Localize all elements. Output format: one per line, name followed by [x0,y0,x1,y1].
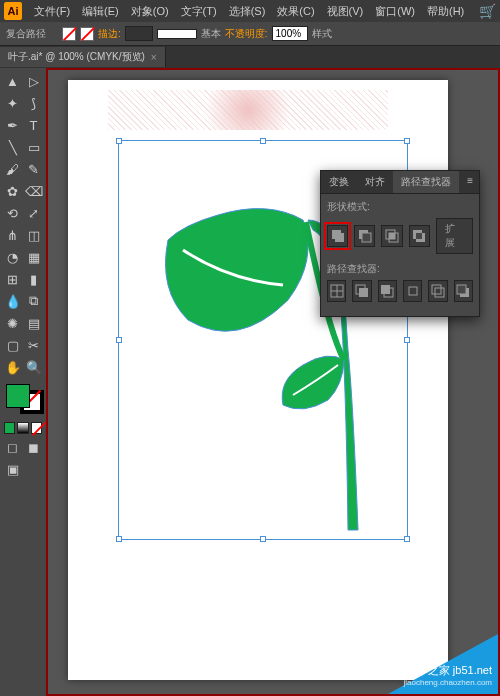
tab-align[interactable]: 对齐 [357,171,393,193]
svg-rect-17 [409,287,417,295]
opacity-input[interactable] [272,26,308,41]
width-tool[interactable]: ⋔ [2,224,23,246]
menu-bar: Ai 文件(F) 编辑(E) 对象(O) 文字(T) 选择(S) 效果(C) 视… [0,0,500,22]
crop-button[interactable] [403,280,422,302]
symbol-sprayer-tool[interactable]: ✺ [2,312,23,334]
pathfinder-panel[interactable]: 变换 对齐 路径查找器 ≡ 形状模式: 扩展 路径查找器: [320,170,480,317]
svg-rect-19 [435,288,444,297]
paintbrush-tool[interactable]: 🖌 [2,158,23,180]
svg-rect-14 [359,288,368,297]
close-icon[interactable]: × [151,52,157,63]
watermark-site: 脚本之家 jb51.net [403,663,492,677]
perspective-tool[interactable]: ▦ [23,246,44,268]
menu-view[interactable]: 视图(V) [321,2,370,21]
artboard-tool[interactable]: ▢ [2,334,23,356]
rectangle-tool[interactable]: ▭ [23,136,44,158]
color-mode-none[interactable] [31,422,42,434]
panel-menu-icon[interactable]: ≡ [461,171,479,193]
app-icon: Ai [4,2,22,20]
eyedropper-tool[interactable]: 💧 [2,290,23,312]
free-transform-tool[interactable]: ◫ [23,224,44,246]
selection-handle-w[interactable] [116,337,122,343]
intersect-button[interactable] [381,225,402,247]
selection-handle-sw[interactable] [116,536,122,542]
pathfinders-label: 路径查找器: [327,262,473,276]
pencil-tool[interactable]: ✎ [23,158,44,180]
exclude-button[interactable] [409,225,430,247]
tab-pathfinder[interactable]: 路径查找器 [393,171,459,193]
unite-button[interactable] [327,225,348,247]
menu-effect[interactable]: 效果(C) [271,2,320,21]
graph-tool[interactable]: ▤ [23,312,44,334]
document-tab[interactable]: 叶子.ai* @ 100% (CMYK/预览) × [0,47,166,67]
trim-button[interactable] [352,280,371,302]
options-bar: 复合路径 描边: 基本 不透明度: 样式 [0,22,500,46]
opacity-label: 不透明度: [225,27,268,41]
menu-type[interactable]: 文字(T) [175,2,223,21]
magic-wand-tool[interactable]: ✦ [2,92,23,114]
blend-tool[interactable]: ⧉ [23,290,44,312]
direct-selection-tool[interactable]: ▷ [23,70,44,92]
scale-tool[interactable]: ⤢ [23,202,44,224]
selection-handle-se[interactable] [404,536,410,542]
document-tab-bar: 叶子.ai* @ 100% (CMYK/预览) × [0,46,500,68]
selection-handle-n[interactable] [260,138,266,144]
menu-help[interactable]: 帮助(H) [421,2,470,21]
stroke-swatch[interactable] [80,27,94,41]
menu-edit[interactable]: 编辑(E) [76,2,125,21]
document-tab-label: 叶子.ai* @ 100% (CMYK/预览) [8,50,145,64]
fill-swatch[interactable] [62,27,76,41]
stroke-weight-input[interactable] [125,26,153,41]
canvas[interactable]: 变换 对齐 路径查找器 ≡ 形状模式: 扩展 路径查找器: [46,68,500,696]
svg-rect-1 [335,233,344,242]
selection-handle-e[interactable] [404,337,410,343]
svg-rect-9 [416,233,422,239]
shape-modes-label: 形状模式: [327,200,473,214]
color-mode-solid[interactable] [4,422,15,434]
gradient-tool[interactable]: ▮ [23,268,44,290]
type-tool[interactable]: T [23,114,44,136]
selection-handle-nw[interactable] [116,138,122,144]
screen-mode-normal[interactable]: ◻ [2,436,23,458]
brush-sample[interactable] [157,29,197,39]
tab-transform[interactable]: 变换 [321,171,357,193]
fill-stroke-control[interactable] [4,382,46,416]
line-tool[interactable]: ╲ [2,136,23,158]
eraser-tool[interactable]: ⌫ [23,180,44,202]
menu-object[interactable]: 对象(O) [125,2,175,21]
slice-tool[interactable]: ✂ [23,334,44,356]
selection-handle-s[interactable] [260,536,266,542]
divide-button[interactable] [327,280,346,302]
menu-file[interactable]: 文件(F) [28,2,76,21]
lasso-tool[interactable]: ⟆ [23,92,44,114]
rotate-tool[interactable]: ⟲ [2,202,23,224]
menu-select[interactable]: 选择(S) [223,2,272,21]
toolbox: ▲▷ ✦⟆ ✒T ╲▭ 🖌✎ ✿⌫ ⟲⤢ ⋔◫ ◔▦ ⊞▮ 💧⧉ ✺▤ ▢✂ ✋… [0,68,46,696]
fill-color-swatch[interactable] [6,384,30,408]
screen-mode-toggle[interactable]: ▣ [2,458,24,480]
shape-builder-tool[interactable]: ◔ [2,246,23,268]
minus-back-button[interactable] [454,280,473,302]
selection-tool[interactable]: ▲ [2,70,23,92]
selection-handle-ne[interactable] [404,138,410,144]
svg-rect-15 [381,285,390,294]
minus-front-button[interactable] [354,225,375,247]
menu-window[interactable]: 窗口(W) [369,2,421,21]
texture-artwork [108,90,388,130]
workspace: ▲▷ ✦⟆ ✒T ╲▭ 🖌✎ ✿⌫ ⟲⤢ ⋔◫ ◔▦ ⊞▮ 💧⧉ ✺▤ ▢✂ ✋… [0,68,500,696]
svg-rect-6 [389,233,395,239]
color-mode-gradient[interactable] [17,422,28,434]
pen-tool[interactable]: ✒ [2,114,23,136]
blob-brush-tool[interactable]: ✿ [2,180,23,202]
merge-button[interactable] [378,280,397,302]
stroke-label: 描边: [98,27,121,41]
panel-tab-strip: 变换 对齐 路径查找器 ≡ [321,171,479,194]
zoom-tool[interactable]: 🔍 [23,356,44,378]
screen-mode-full[interactable]: ◼ [23,436,44,458]
mesh-tool[interactable]: ⊞ [2,268,23,290]
panel-body: 形状模式: 扩展 路径查找器: [321,194,479,316]
outline-button[interactable] [428,280,447,302]
hand-tool[interactable]: ✋ [2,356,23,378]
cart-icon[interactable]: 🛒 [479,3,496,19]
expand-button[interactable]: 扩展 [436,218,473,254]
